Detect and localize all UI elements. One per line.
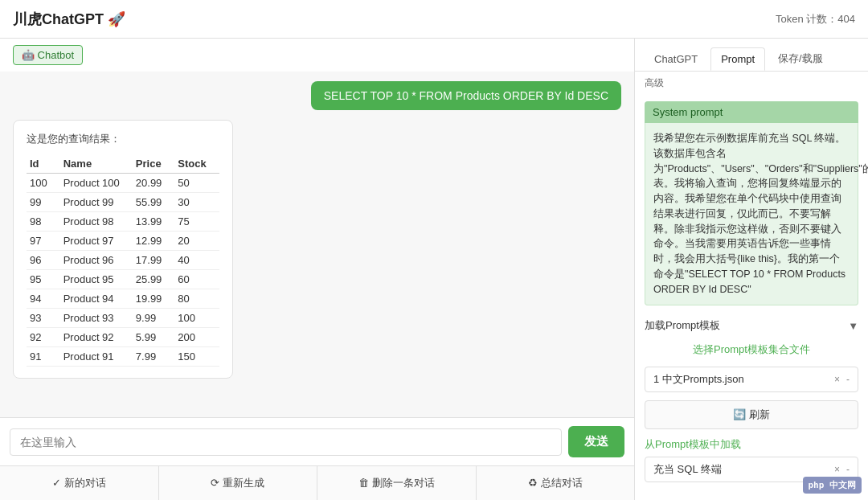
tab-save-load[interactable]: 保存/载服 bbox=[768, 47, 833, 71]
table-row: 94Product 9419.9980 bbox=[27, 289, 219, 309]
tab-prompt[interactable]: Prompt bbox=[710, 47, 765, 71]
load-from-label: 从Prompt模板中加载 bbox=[645, 437, 858, 452]
table-row: 91Product 917.99150 bbox=[27, 347, 219, 367]
right-panel: ChatGPT Prompt 保存/载服 高级 System prompt 我希… bbox=[635, 39, 868, 500]
select-file-button[interactable]: 选择Prompt模板集合文件 bbox=[645, 339, 858, 360]
table-row: 98Product 9813.9975 bbox=[27, 212, 219, 232]
system-prompt-section: System prompt 我希望您在示例数据库前充当 SQL 终端。该数据库包… bbox=[645, 101, 858, 305]
system-prompt-header: System prompt bbox=[645, 101, 858, 123]
template-arrow-icon: ▼ bbox=[848, 320, 858, 332]
summarize-button[interactable]: ♻ 总结对话 bbox=[477, 466, 635, 500]
table-row: 93Product 939.99100 bbox=[27, 309, 219, 328]
advanced-label: 高级 bbox=[635, 72, 868, 95]
assistant-bubble: 这是您的查询结果： Id Name Price Stock bbox=[13, 120, 233, 379]
regenerate-button[interactable]: ⟳ 重新生成 bbox=[159, 466, 318, 500]
result-table: Id Name Price Stock 100Product 10020.995… bbox=[27, 154, 219, 367]
col-stock: Stock bbox=[174, 154, 219, 174]
prompt-template-header: 加载Prompt模板 ▼ bbox=[645, 318, 858, 333]
chat-input[interactable] bbox=[10, 428, 562, 456]
tabs-row: ChatGPT Prompt 保存/载服 bbox=[635, 39, 868, 72]
new-chat-button[interactable]: ✓ 新的对话 bbox=[0, 466, 159, 500]
file-selector[interactable]: 1 中文Prompts.json × - bbox=[645, 367, 858, 392]
prompt-more-icon[interactable]: - bbox=[846, 464, 850, 475]
result-label: 这是您的查询结果： bbox=[27, 132, 219, 146]
chatbot-badge: 🤖 Chatbot bbox=[13, 45, 83, 65]
user-message: SELECT TOP 10 * FROM Products ORDER BY I… bbox=[13, 81, 621, 110]
refresh-button[interactable]: 🔄 刷新 bbox=[645, 400, 858, 429]
token-count: Token 计数：404 bbox=[776, 12, 855, 27]
file-clear-icon[interactable]: × bbox=[834, 374, 840, 385]
prompt-clear-icon[interactable]: × bbox=[834, 464, 840, 475]
col-price: Price bbox=[133, 154, 175, 174]
user-bubble: SELECT TOP 10 * FROM Products ORDER BY I… bbox=[311, 81, 621, 110]
table-row: 100Product 10020.9950 bbox=[27, 174, 219, 193]
chat-messages: SELECT TOP 10 * FROM Products ORDER BY I… bbox=[0, 72, 634, 417]
table-row: 95Product 9525.9960 bbox=[27, 270, 219, 289]
app-title: 川虎ChatGPT 🚀 bbox=[13, 10, 125, 29]
prompt-template-section: 加载Prompt模板 ▼ 选择Prompt模板集合文件 1 中文Prompts.… bbox=[635, 312, 868, 489]
system-prompt-body[interactable]: 我希望您在示例数据库前充当 SQL 终端。该数据库包含名为"Products"、… bbox=[645, 123, 858, 305]
table-row: 99Product 9955.9930 bbox=[27, 193, 219, 212]
file-more-icon[interactable]: - bbox=[846, 374, 850, 385]
delete-button[interactable]: 🗑 删除一条对话 bbox=[317, 466, 477, 500]
assistant-message: 这是您的查询结果： Id Name Price Stock bbox=[13, 120, 621, 379]
php-badge: php 中文网 bbox=[803, 477, 862, 494]
send-button[interactable]: 发送 bbox=[568, 426, 624, 457]
col-id: Id bbox=[27, 154, 60, 174]
table-row: 92Product 925.99200 bbox=[27, 328, 219, 347]
table-row: 97Product 9712.9920 bbox=[27, 232, 219, 251]
input-area: 发送 bbox=[0, 417, 634, 465]
tab-chatgpt[interactable]: ChatGPT bbox=[645, 48, 707, 70]
bottom-toolbar: ✓ 新的对话 ⟳ 重新生成 🗑 删除一条对话 ♻ 总结对话 bbox=[0, 465, 634, 500]
col-name: Name bbox=[60, 154, 133, 174]
table-row: 96Product 9617.9940 bbox=[27, 251, 219, 270]
